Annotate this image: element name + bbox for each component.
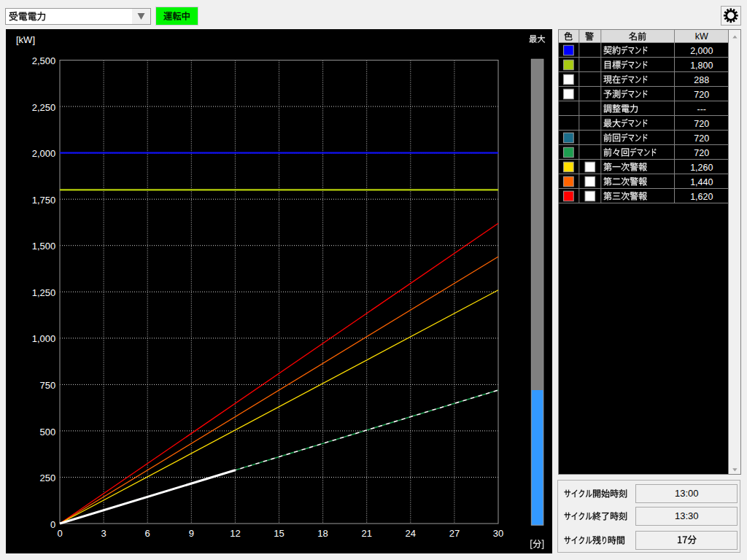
svg-text:30: 30 [493,528,503,539]
svg-text:27: 27 [449,528,460,539]
svg-text:1,800: 1,800 [690,61,713,71]
svg-text:---: --- [697,104,706,114]
svg-text:9: 9 [189,528,194,539]
svg-text:1,750: 1,750 [32,195,56,206]
svg-text:21: 21 [361,528,371,539]
svg-text:0: 0 [57,528,62,539]
svg-text:3: 3 [101,528,106,539]
svg-text:1,500: 1,500 [32,241,56,252]
svg-text:1,620: 1,620 [690,192,713,202]
svg-text:kW: kW [694,31,708,42]
svg-text:250: 250 [40,472,56,483]
svg-text:288: 288 [694,75,709,85]
svg-text:12: 12 [230,528,240,539]
svg-text:720: 720 [694,119,709,129]
svg-text:[kW]: [kW] [16,34,35,45]
svg-text:6: 6 [145,528,150,539]
svg-text:2,000: 2,000 [32,148,56,159]
svg-text:720: 720 [694,90,709,100]
svg-text:1,250: 1,250 [32,287,56,298]
svg-text:0: 0 [50,519,55,530]
svg-text:1,000: 1,000 [32,333,56,344]
svg-text:750: 750 [40,380,56,391]
svg-text:2,000: 2,000 [690,46,713,56]
svg-text:24: 24 [406,528,416,539]
svg-text:720: 720 [694,148,709,158]
svg-text:1,440: 1,440 [690,177,713,187]
svg-text:2,500: 2,500 [32,55,56,66]
svg-text:720: 720 [694,133,709,144]
svg-text:18: 18 [317,528,328,539]
svg-text:500: 500 [40,427,56,438]
svg-text:15: 15 [274,528,284,539]
svg-text:2,250: 2,250 [32,102,56,113]
svg-text:1,260: 1,260 [690,163,713,173]
